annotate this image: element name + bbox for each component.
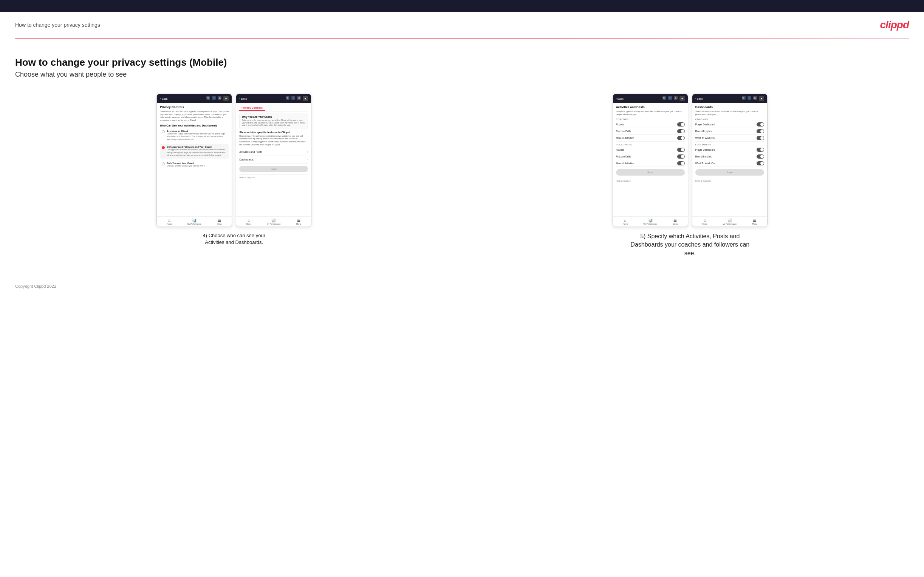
people4-icon[interactable]: 👤 <box>748 96 751 100</box>
screen1-back-arrow: ‹ <box>160 97 161 100</box>
screen3-nav-home[interactable]: ⌂ Home <box>613 218 638 225</box>
screen4-nav-performance[interactable]: 📊 My Performance <box>717 218 742 225</box>
screen2-help: Help & Support <box>239 174 308 180</box>
search-icon[interactable]: 🔍 <box>206 96 210 100</box>
coaches-manual-toggle[interactable] <box>677 136 685 140</box>
settings2-icon[interactable]: ⚙ <box>297 96 301 100</box>
screen2-nav-home[interactable]: ⌂ Home <box>236 218 261 225</box>
followers-workOn-toggle[interactable] <box>757 161 764 165</box>
screen1-option2[interactable]: Only Approved Followers and Your Coach O… <box>160 144 229 159</box>
coaches-insights-label: Round Insights <box>695 130 712 132</box>
screen2-tab-privacy[interactable]: Privacy Controls <box>239 105 265 111</box>
settings4-icon[interactable]: ⚙ <box>753 96 757 100</box>
followers-player-label: Player Dashboard <box>695 148 715 151</box>
header: How to change your privacy settings clip… <box>0 12 924 38</box>
screen3-icons: 🔍 👤 ⚙ ▾ <box>662 96 685 101</box>
screen1-nav-performance[interactable]: 📊 My Performance <box>182 218 207 225</box>
followers-manual-toggle[interactable] <box>677 161 685 165</box>
menu4-icon: ☰ <box>753 218 756 222</box>
right-group: ‹ Back 🔍 👤 ⚙ ▾ Activities and Posts Sele… <box>471 93 909 258</box>
screen2-show-text: Regardless of the privacy controls that … <box>239 135 308 147</box>
radio2[interactable] <box>162 146 165 149</box>
screen3-nav-performance[interactable]: 📊 My Performance <box>638 218 663 225</box>
dropdown4-icon[interactable]: ▾ <box>759 96 764 101</box>
coaches-player-toggle[interactable] <box>757 122 764 126</box>
search3-icon[interactable]: 🔍 <box>662 96 666 100</box>
screen3-nav-menu[interactable]: ☰ Menu <box>663 218 688 225</box>
people-icon[interactable]: 👤 <box>212 96 216 100</box>
screen2-bottom-nav: ⌂ Home 📊 My Performance ☰ Menu <box>236 216 311 227</box>
performance2-icon: 📊 <box>271 218 276 222</box>
followers-player-toggle[interactable] <box>757 148 764 152</box>
coaches-insights-toggle[interactable] <box>757 129 764 133</box>
screen1-option1[interactable]: Everyone on Clippd Everyone on Clippd ca… <box>160 128 229 143</box>
screen4-icons: 🔍 👤 ⚙ ▾ <box>742 96 764 101</box>
search4-icon[interactable]: 🔍 <box>742 96 746 100</box>
home-label: Home <box>167 223 172 225</box>
screen3-back[interactable]: ‹ Back <box>616 97 624 100</box>
option2-desc: Only approved followers and coaches you … <box>166 148 225 156</box>
coaches-rounds-toggle[interactable] <box>677 122 685 126</box>
dropdown2-icon[interactable]: ▾ <box>303 96 308 101</box>
people3-icon[interactable]: 👤 <box>668 96 672 100</box>
performance-label: My Performance <box>187 223 202 225</box>
settings3-icon[interactable]: ⚙ <box>674 96 678 100</box>
performance4-icon: 📊 <box>727 218 732 222</box>
coaches-workOn-toggle[interactable] <box>757 136 764 140</box>
screen2-tab-bar: Privacy Controls <box>239 105 308 111</box>
settings-icon[interactable]: ⚙ <box>218 96 221 100</box>
screen4-followers-insights: Round Insights <box>695 153 764 160</box>
followers-drills-toggle[interactable] <box>677 155 685 159</box>
performance-icon: 📊 <box>192 218 197 222</box>
screen3-coaches-drills: Practice Drills <box>616 128 685 135</box>
screen2-activities-row[interactable]: Activities and Posts › <box>239 148 308 156</box>
copyright: Copyright Clippd 2022 <box>0 272 924 296</box>
left-phones-pair: ‹ Back 🔍 👤 ⚙ ▾ Privacy Controls Control … <box>15 93 453 227</box>
screen2-back-label: Back <box>241 97 247 100</box>
screen4-save-btn[interactable]: Save <box>695 169 764 176</box>
screen2-nav-performance[interactable]: 📊 My Performance <box>261 218 286 225</box>
screen4-followers-workOn: What To Work On <box>695 160 764 167</box>
home-icon: ⌂ <box>168 218 170 222</box>
followers-insights-toggle[interactable] <box>757 155 764 159</box>
screen2-card-text: Only you and the coaches you connect wit… <box>242 119 305 126</box>
performance2-label: My Performance <box>267 223 281 225</box>
screen1-option3[interactable]: Only You and Your Coach Only you and the… <box>160 160 229 169</box>
followers-rounds-toggle[interactable] <box>677 148 685 152</box>
screen3-bottom-nav: ⌂ Home 📊 My Performance ☰ Menu <box>613 216 688 227</box>
people2-icon[interactable]: 👤 <box>291 96 295 100</box>
screen4-nav-menu[interactable]: ☰ Menu <box>742 218 767 225</box>
screen2-back[interactable]: ‹ Back <box>239 97 247 100</box>
coaches-drills-toggle[interactable] <box>677 129 685 133</box>
screen3-back-arrow: ‹ <box>616 97 617 100</box>
screen1-icons: 🔍 👤 ⚙ ▾ <box>206 96 229 101</box>
radio3[interactable] <box>162 162 165 165</box>
dropdown-icon[interactable]: ▾ <box>223 96 229 101</box>
screen3-save-btn[interactable]: Save <box>616 169 685 176</box>
menu2-label: Menu <box>296 223 301 225</box>
screen1-nav-menu[interactable]: ☰ Menu <box>207 218 232 225</box>
screen4-back[interactable]: ‹ Back <box>695 97 703 100</box>
screen1-back[interactable]: ‹ Back <box>160 97 167 100</box>
dropdown3-icon[interactable]: ▾ <box>680 96 685 101</box>
followers-drills-label: Practice Drills <box>616 155 631 158</box>
home3-label: Home <box>623 223 628 225</box>
screen2-dashboards-row[interactable]: Dashboards › <box>239 156 308 163</box>
screen4-back-arrow: ‹ <box>695 97 696 100</box>
menu3-icon: ☰ <box>674 218 677 222</box>
screen3-followers-drills: Practice Drills <box>616 153 685 160</box>
screen4-followers-player: Player Dashboard <box>695 147 764 153</box>
screen3-body: Activities and Posts Select the types of… <box>613 103 688 216</box>
menu-label: Menu <box>217 223 222 225</box>
radio1[interactable] <box>162 130 165 133</box>
search2-icon[interactable]: 🔍 <box>286 96 289 100</box>
screen1-section-title: Privacy Controls <box>160 105 229 109</box>
screen1-nav-home[interactable]: ⌂ Home <box>157 218 182 225</box>
coaches-rounds-label: Rounds <box>616 123 624 126</box>
screen2-save-btn[interactable]: Save <box>239 166 308 172</box>
screen4-coaches-workOn: What To Work On <box>695 135 764 142</box>
screen4-nav-home[interactable]: ⌂ Home <box>692 218 717 225</box>
screen2-nav-menu[interactable]: ☰ Menu <box>286 218 311 225</box>
home2-label: Home <box>246 223 251 225</box>
screen2-body: Privacy Controls Only You and Your Coach… <box>236 103 311 216</box>
